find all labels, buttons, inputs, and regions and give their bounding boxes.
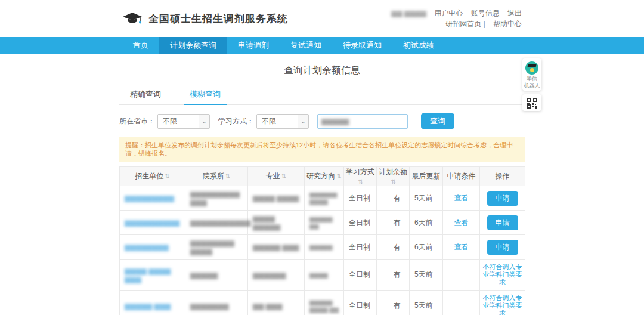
cell-condition: 查看 — [443, 211, 480, 235]
dept-text-redacted: ▆▆▆▆▆▆▆▆ ▆▆▆▆ — [190, 239, 234, 255]
cell-action: 不符合调入专业学科门类要求 — [480, 291, 525, 315]
cell-major: ▆▆▆▆▆ ▆▆▆ — [248, 235, 305, 260]
dept-text-redacted: ▆▆▆▆▆ — [190, 271, 218, 279]
col-header-dept: 院系所⇅ — [185, 167, 248, 186]
link-separator: | — [484, 20, 485, 28]
sort-icon[interactable]: ⇅ — [391, 178, 396, 185]
cell-quota: 有 — [377, 260, 410, 291]
major-text-redacted: ▆▆ ▆▆▆ — [253, 302, 282, 310]
apply-button[interactable]: 申请 — [487, 240, 518, 255]
top-header: 全国硕士生招生调剂服务系统 ▆▆ ▆▆▆▆ 用户中心 账号信息 退出 研招网首页… — [0, 0, 644, 37]
nav-item-home[interactable]: 首页 — [122, 37, 159, 54]
robot-label-line2: 机器人 — [523, 82, 541, 89]
user-center-link[interactable]: 用户中心 — [434, 9, 463, 17]
cell-action: 不符合调入专业学科门类要求 — [480, 260, 525, 291]
province-select-value: 不限 — [163, 116, 177, 126]
cell-updated: 6天前 — [410, 211, 443, 235]
org-link-redacted[interactable]: ▆▆▆▆▆ ▆▆▆ — [125, 302, 171, 310]
chevron-down-icon: ⌄ — [199, 115, 209, 128]
cell-major: ▆▆▆▆ ▆▆▆▆ — [248, 186, 305, 211]
username: ▆▆ ▆▆▆▆ — [391, 9, 426, 17]
cell-quota: 有 — [377, 291, 410, 315]
cell-direction: ▆▆▆▆▆ — [305, 235, 344, 260]
chevron-down-icon: ⌄ — [298, 115, 308, 128]
apply-button[interactable]: 申请 — [487, 191, 518, 206]
table-row: ▆▆▆▆▆▆▆▆▆▆▆▆▆▆▆▆ ▆▆▆▆▆▆▆▆▆ ▆▆▆▆▆▆▆▆全日制有6… — [120, 235, 525, 260]
cell-action: 申请 — [480, 186, 525, 211]
cell-condition: 查看 — [443, 186, 480, 211]
ineligible-text: 不符合调入专业学科门类要求 — [482, 294, 522, 315]
study-mode-label: 学习方式： — [218, 116, 254, 126]
cell-quota: 有 — [377, 186, 410, 211]
col-header-quota: 计划余额⇅ — [377, 167, 410, 186]
major-text-redacted: ▆▆▆▆▆▆ — [253, 271, 286, 279]
cell-major: ▆▆▆▆▆▆ — [248, 260, 305, 291]
graduation-cap-icon — [122, 11, 143, 26]
query-tabs: 精确查询 模糊查询 — [119, 85, 525, 105]
nav-item-retest-notice[interactable]: 复试通知 — [280, 37, 332, 54]
tab-fuzzy-query[interactable]: 模糊查询 — [184, 85, 227, 104]
cell-direction: ▆▆▆▆▆ ▆▆ — [305, 211, 344, 235]
plan-balance-table: 招生单位⇅ 院系所⇅ 专业⇅ 研究方向⇅ 学习方式⇅ 计划余额⇅ 最后更新 申请… — [119, 166, 525, 315]
cell-study-mode: 全日制 — [344, 260, 377, 291]
direction-text-redacted: ▆▆▆▆▆ ▆▆▆▆ ▆▆ — [309, 299, 339, 313]
tab-exact-query[interactable]: 精确查询 — [124, 85, 167, 104]
col-header-condition: 申请条件 — [443, 167, 480, 186]
col-header-updated: 最后更新 — [410, 167, 443, 186]
col-header-direction: 研究方向⇅ — [305, 167, 344, 186]
robot-assistant-button[interactable]: 学信 机器人 — [522, 58, 541, 91]
main-nav: 首页 计划余额查询 申请调剂 复试通知 待录取通知 初试成绩 — [0, 37, 644, 54]
cell-updated: 5天前 — [410, 186, 443, 211]
logout-link[interactable]: 退出 — [507, 9, 522, 17]
province-select[interactable]: 不限 ⌄ — [157, 114, 210, 129]
table-row: ▆▆▆▆▆▆▆▆▆▆▆▆▆▆▆▆▆▆ ▆▆▆▆▆▆▆ ▆▆▆▆▆▆▆▆▆▆ ▆▆… — [120, 186, 525, 211]
keyword-input[interactable]: ▆▆▆▆▆ — [317, 114, 408, 129]
sort-icon[interactable]: ⇅ — [165, 173, 169, 180]
cell-org: ▆▆▆▆▆▆▆▆▆ — [120, 186, 185, 211]
cell-org: ▆▆▆▆▆▆▆▆▆▆ — [120, 211, 185, 235]
nav-item-exam-score[interactable]: 初试成绩 — [392, 37, 445, 54]
view-condition-link[interactable]: 查看 — [454, 194, 469, 202]
org-link-redacted[interactable]: ▆▆▆▆▆▆▆▆▆ — [125, 194, 174, 202]
yz-home-link[interactable]: 研招网首页 — [445, 20, 481, 28]
nav-item-plan-balance[interactable]: 计划余额查询 — [159, 37, 227, 54]
view-condition-link[interactable]: 查看 — [454, 243, 469, 251]
dept-text-redacted: ▆▆▆▆▆▆▆▆▆ ▆▆▆ — [190, 190, 240, 206]
cell-updated: 6天前 — [410, 235, 443, 260]
qr-code-button[interactable] — [522, 94, 541, 111]
study-mode-select[interactable]: 不限 ⌄ — [256, 114, 309, 129]
sort-icon[interactable]: ⇅ — [358, 178, 363, 185]
sort-icon[interactable]: ⇅ — [281, 173, 286, 180]
cell-org: ▆▆▆▆▆▆▆▆ — [120, 235, 185, 260]
org-link-redacted[interactable]: ▆▆▆▆▆▆▆▆▆▆ — [125, 218, 179, 227]
cell-direction: ▆▆▆▆▆ ▆▆▆▆ ▆▆ — [305, 291, 344, 315]
user-area: ▆▆ ▆▆▆▆ 用户中心 账号信息 退出 研招网首页 | 帮助中心 — [391, 8, 522, 29]
org-link-redacted[interactable]: ▆▆▆▆▆▆▆▆ — [125, 243, 169, 251]
dept-text-redacted: ▆▆▆▆▆▆▆ — [190, 302, 229, 310]
cell-dept: ▆▆▆▆▆▆▆ — [185, 291, 248, 315]
cell-updated: 5天前 — [410, 291, 443, 315]
account-info-link[interactable]: 账号信息 — [471, 9, 500, 17]
cell-quota: 有 — [377, 211, 410, 235]
apply-button[interactable]: 申请 — [487, 215, 518, 230]
major-text-redacted: ▆▆▆▆▆ ▆▆▆ — [253, 243, 299, 251]
site-title: 全国硕士生招生调剂服务系统 — [148, 12, 288, 26]
study-mode-select-value: 不限 — [262, 116, 276, 126]
search-button[interactable]: 查询 — [421, 113, 454, 129]
sort-icon[interactable]: ⇅ — [336, 173, 341, 180]
cell-study-mode: 全日制 — [344, 211, 377, 235]
cell-updated: 5天前 — [410, 260, 443, 291]
major-text-redacted: ▆▆▆▆ ▆▆▆▆▆ — [253, 214, 280, 231]
view-condition-link[interactable]: 查看 — [454, 218, 469, 227]
cell-direction: ▆▆▆▆ — [305, 260, 344, 291]
nav-item-admission-notice[interactable]: 待录取通知 — [332, 37, 392, 54]
filter-row: 所在省市： 不限 ⌄ 学习方式： 不限 ⌄ ▆▆▆▆▆ 查询 — [119, 113, 525, 129]
cell-org: ▆▆▆▆▆ ▆▆▆ — [120, 291, 185, 315]
org-link-redacted[interactable]: ▆▆▆▆ ▆▆▆▆ ▆▆▆ — [125, 267, 171, 283]
nav-item-apply-adjust[interactable]: 申请调剂 — [227, 37, 280, 54]
sort-icon[interactable]: ⇅ — [225, 173, 230, 180]
dept-text-redacted: ▆▆▆▆▆▆▆▆▆▆▆ — [190, 218, 251, 227]
cell-dept: ▆▆▆▆▆ — [185, 260, 248, 291]
col-header-major: 专业⇅ — [248, 167, 305, 186]
help-center-link[interactable]: 帮助中心 — [493, 20, 522, 28]
